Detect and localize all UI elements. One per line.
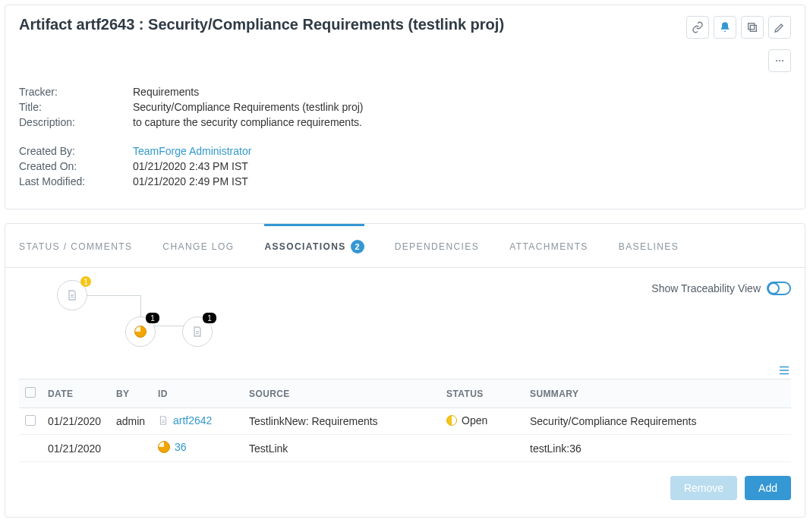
copy-icon	[746, 21, 758, 33]
svg-point-3	[779, 60, 780, 61]
col-by[interactable]: BY	[110, 379, 152, 408]
row-checkbox[interactable]	[25, 415, 36, 426]
select-all-checkbox[interactable]	[25, 387, 36, 398]
card-header: Artifact artf2643 : Security/Compliance …	[5, 5, 805, 80]
child1-badge: 1	[146, 313, 159, 323]
document-icon	[158, 415, 169, 426]
copy-button[interactable]	[741, 16, 764, 39]
status-cell: Open	[446, 414, 487, 427]
table-row: 01/21/2020 36 TestLink testLink:36	[19, 435, 791, 462]
tab-baselines[interactable]: BASELINES	[619, 225, 679, 266]
more-button[interactable]	[768, 49, 791, 72]
cell-by: admin	[110, 408, 152, 435]
pencil-icon	[774, 21, 786, 33]
traceability-label: Show Traceability View	[651, 282, 761, 294]
tab-dependencies[interactable]: DEPENDENCIES	[395, 225, 480, 266]
artifact-card: Artifact artf2643 : Security/Compliance …	[5, 5, 805, 209]
diagram-node-child2[interactable]: 1	[182, 316, 213, 347]
tab-status[interactable]: STATUS / COMMENTS	[19, 225, 132, 266]
cell-id-link[interactable]: 36	[175, 441, 187, 453]
cell-summary: testLink:36	[524, 435, 791, 462]
col-date[interactable]: DATE	[42, 379, 110, 408]
add-button[interactable]: Add	[745, 476, 791, 500]
table-header-row: DATE BY ID SOURCE STATUS SUMMARY	[19, 379, 791, 408]
remove-button[interactable]: Remove	[670, 476, 737, 500]
pie-icon	[158, 441, 170, 453]
root-badge: 1	[80, 276, 91, 287]
spec-table: Tracker: Requirements Title: Security/Co…	[5, 80, 805, 209]
edit-button[interactable]	[768, 16, 791, 39]
cell-date: 01/21/2020	[42, 435, 110, 462]
tracker-label: Tracker:	[19, 86, 133, 98]
description-value: to capture the security compliance requi…	[133, 116, 362, 128]
tab-bar: STATUS / COMMENTS CHANGE LOG ASSOCIATION…	[5, 224, 805, 268]
tab-changelog[interactable]: CHANGE LOG	[162, 225, 234, 266]
description-label: Description:	[19, 116, 133, 128]
col-summary[interactable]: SUMMARY	[524, 379, 791, 408]
title-value: Security/Compliance Requirements (testli…	[133, 101, 363, 113]
tab-associations[interactable]: ASSOCIATIONS 2	[264, 224, 364, 267]
createdby-value[interactable]: TeamForge Administrator	[133, 145, 251, 157]
col-source[interactable]: SOURCE	[243, 379, 440, 408]
button-row: Remove Add	[5, 465, 805, 517]
svg-point-4	[782, 60, 783, 61]
tabs-card: STATUS / COMMENTS CHANGE LOG ASSOCIATION…	[5, 223, 805, 518]
table-row: 01/21/2020 admin artf2642 TestlinkNew: R…	[19, 408, 791, 435]
document-icon	[191, 326, 203, 338]
createdon-label: Created On:	[19, 160, 133, 172]
link-icon	[692, 21, 704, 33]
cell-source: TestLink	[243, 435, 440, 462]
cell-source: TestlinkNew: Requirements	[243, 408, 440, 435]
lastmodified-label: Last Modified:	[19, 175, 133, 187]
diagram-node-child1[interactable]: 1	[125, 316, 156, 347]
svg-rect-1	[749, 24, 755, 30]
document-icon	[66, 289, 78, 301]
col-id[interactable]: ID	[152, 379, 243, 408]
more-icon	[774, 55, 786, 67]
bell-button[interactable]	[714, 16, 736, 39]
cell-id-link[interactable]: artf2642	[173, 414, 212, 427]
svg-rect-5	[780, 367, 789, 368]
header-toolbar	[670, 16, 791, 72]
svg-point-2	[776, 60, 777, 61]
tracker-value: Requirements	[133, 86, 199, 98]
col-status[interactable]: STATUS	[440, 379, 524, 408]
page-title: Artifact artf2643 : Security/Compliance …	[19, 16, 504, 33]
cell-status	[440, 435, 524, 462]
createdby-label: Created By:	[19, 145, 133, 157]
tab-attachments[interactable]: ATTACHMENTS	[509, 225, 588, 266]
traceability-diagram: 1 1 1	[57, 279, 285, 362]
cell-date: 01/21/2020	[42, 408, 110, 435]
associations-table: DATE BY ID SOURCE STATUS SUMMARY 01/21/2…	[19, 379, 791, 462]
link-button[interactable]	[686, 16, 709, 39]
lastmodified-value: 01/21/2020 2:49 PM IST	[133, 175, 248, 187]
traceability-toggle[interactable]	[767, 282, 791, 295]
createdon-value: 01/21/2020 2:43 PM IST	[133, 160, 248, 172]
columns-icon	[777, 364, 791, 377]
status-dot-icon	[446, 415, 457, 426]
status-text: Open	[462, 414, 487, 427]
associations-body: Show Traceability View 1 1 1	[5, 268, 805, 465]
associations-count-badge: 2	[351, 240, 364, 253]
diagram-node-root[interactable]: 1	[57, 280, 87, 310]
child2-badge: 1	[203, 313, 216, 323]
bell-icon	[719, 21, 731, 33]
tab-associations-label: ASSOCIATIONS	[264, 241, 345, 252]
svg-rect-6	[780, 370, 789, 371]
cell-summary: Security/Compliance Requirements	[524, 408, 791, 435]
list-columns-button[interactable]	[19, 362, 791, 379]
title-label: Title:	[19, 101, 133, 113]
pie-icon	[134, 326, 147, 338]
svg-rect-7	[780, 373, 789, 375]
svg-rect-0	[750, 25, 756, 31]
cell-by	[110, 435, 152, 462]
